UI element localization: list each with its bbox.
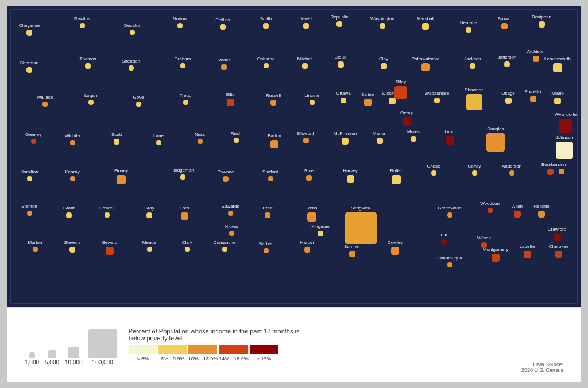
county-wyandotte[interactable]: Wyandotte	[550, 112, 581, 133]
county-geary[interactable]: Geary	[394, 111, 420, 126]
county-brown[interactable]: Brown	[493, 17, 516, 29]
county-gray[interactable]: Gray	[138, 206, 161, 218]
county-scott[interactable]: Scott	[105, 133, 128, 145]
county-kingman[interactable]: Kingman	[309, 224, 332, 236]
county-phillips[interactable]: Phillips	[211, 18, 234, 30]
county-wichita[interactable]: Wichita	[61, 134, 84, 145]
county-cowley[interactable]: Cowley	[382, 240, 408, 255]
county-chase[interactable]: Chase	[423, 164, 445, 176]
county-meade[interactable]: Meade	[138, 240, 161, 252]
county-kearny[interactable]: Kearny	[61, 170, 84, 181]
county-osage[interactable]: Osage	[497, 91, 520, 104]
county-wallace[interactable]: Wallace	[34, 95, 56, 107]
county-sumner[interactable]: Sumner	[341, 245, 364, 257]
county-pratt[interactable]: Pratt	[256, 206, 279, 218]
county-washington[interactable]: Washington	[371, 17, 394, 29]
county-nemaha[interactable]: Nemaha	[457, 21, 480, 33]
county-russell[interactable]: Russell	[262, 94, 285, 106]
county-douglas[interactable]: Douglas	[478, 127, 513, 152]
county-kiowa[interactable]: Kiowa	[220, 224, 243, 236]
county-republic[interactable]: Republic	[328, 15, 351, 27]
county-graham[interactable]: Graham	[172, 57, 194, 68]
county-norton[interactable]: Norton	[169, 17, 191, 28]
county-mcpherson[interactable]: McPherson	[333, 131, 357, 145]
county-ford[interactable]: Ford	[172, 206, 197, 220]
county-ellis[interactable]: Ellis	[218, 92, 243, 106]
county-leavenworth[interactable]: Leavenworth	[544, 57, 571, 72]
county-greeley[interactable]: Greeley	[22, 133, 45, 144]
county-sedgwick[interactable]: Sedgwick	[336, 206, 385, 244]
county-jewell[interactable]: Jewell	[295, 17, 318, 29]
county-cherokee[interactable]: Cherokee	[547, 245, 571, 258]
county-ottawa[interactable]: Ottawa	[332, 91, 355, 103]
county-barber[interactable]: Barber	[255, 242, 277, 253]
county-rawlins[interactable]: Rawlins	[71, 17, 94, 28]
county-gove[interactable]: Gove	[127, 95, 150, 107]
county-rush[interactable]: Rush	[225, 131, 247, 143]
county-butler[interactable]: Butler	[383, 169, 409, 184]
county-lincoln[interactable]: Lincoln	[301, 94, 323, 105]
county-johnson[interactable]: Johnson	[547, 135, 581, 159]
county-crawford[interactable]: Crawford	[545, 227, 570, 241]
county-woodson[interactable]: Woodson	[479, 201, 501, 213]
county-elk[interactable]: Elk	[433, 233, 455, 245]
county-mitchell[interactable]: Mitchell	[293, 57, 316, 69]
county-wabaunsee[interactable]: Wabaunsee	[425, 91, 448, 103]
county-ness[interactable]: Ness	[189, 133, 211, 144]
county-lane[interactable]: Lane	[148, 134, 170, 145]
county-montgomery[interactable]: Montgomery	[483, 247, 508, 262]
county-pottawatomie[interactable]: Pottawatomie	[413, 57, 438, 71]
county-rooks[interactable]: Rooks	[212, 58, 235, 70]
county-reno[interactable]: Reno	[299, 206, 325, 222]
county-trego[interactable]: Trego	[175, 94, 197, 105]
county-lyon[interactable]: Lyon	[437, 130, 463, 145]
county-harvey[interactable]: Harvey	[338, 169, 363, 183]
county-doniphan[interactable]: Doniphan	[530, 15, 554, 28]
county-greenwood[interactable]: Greenwood	[439, 206, 461, 218]
county-marion[interactable]: Marion	[368, 131, 392, 144]
county-smith[interactable]: Smith	[254, 17, 277, 29]
county-bourbon[interactable]: Bourbon	[539, 162, 562, 175]
county-shawnee[interactable]: Shawnee	[458, 88, 491, 110]
county-saline[interactable]: Saline	[355, 92, 380, 106]
county-haskell[interactable]: Haskell	[96, 206, 118, 218]
county-coffey[interactable]: Coffey	[463, 164, 486, 176]
county-sheridan[interactable]: Sheridan	[120, 59, 142, 71]
county-allen[interactable]: Allen	[505, 204, 529, 218]
county-anderson[interactable]: Anderson	[501, 164, 523, 176]
county-logan[interactable]: Logan	[80, 94, 102, 105]
county-comanche[interactable]: Comanche	[214, 240, 236, 252]
county-riley[interactable]: Riley	[386, 80, 416, 99]
county-stanton[interactable]: Stanton	[18, 204, 41, 216]
county-miami[interactable]: Miami	[546, 91, 570, 104]
county-cloud[interactable]: Cloud	[329, 55, 353, 68]
county-grant[interactable]: Grant	[57, 206, 80, 218]
county-sherman[interactable]: Sherman	[18, 61, 41, 73]
county-osborne[interactable]: Osborne	[255, 57, 277, 68]
county-hamilton[interactable]: Hamilton	[18, 170, 41, 181]
county-chautauqua[interactable]: Chautauqua	[439, 256, 461, 267]
county-franklin[interactable]: Franklin	[521, 90, 545, 102]
county-morris[interactable]: Morris	[402, 130, 425, 142]
county-decatur[interactable]: Decatur	[121, 24, 144, 35]
county-seward[interactable]: Seward	[97, 240, 122, 255]
county-neosho[interactable]: Neosho	[529, 204, 554, 218]
county-clay[interactable]: Clay	[372, 57, 396, 69]
county-barton[interactable]: Barton	[262, 134, 287, 148]
county-pawnee[interactable]: Pawnee	[214, 170, 237, 182]
county-rice[interactable]: Rice	[297, 169, 320, 181]
county-edwards[interactable]: Edwards	[219, 204, 242, 216]
county-stafford[interactable]: Stafford	[260, 170, 282, 181]
county-clark[interactable]: Clark	[176, 240, 199, 252]
county-morton[interactable]: Morton	[24, 240, 47, 252]
county-marshall[interactable]: Marshall	[413, 17, 438, 30]
county-finney[interactable]: Finney	[108, 169, 134, 184]
county-stevens[interactable]: Stevens	[61, 240, 84, 253]
county-hodgeman[interactable]: Hodgeman	[172, 168, 194, 180]
county-thomas[interactable]: Thomas	[76, 57, 99, 69]
county-wilson[interactable]: Wilson	[473, 236, 496, 248]
county-jefferson[interactable]: Jefferson	[496, 55, 519, 67]
county-cheyenne[interactable]: Cheyenne	[18, 24, 41, 36]
county-ellsworth[interactable]: Ellsworth	[295, 131, 318, 143]
county-harper[interactable]: Harper	[296, 240, 319, 253]
